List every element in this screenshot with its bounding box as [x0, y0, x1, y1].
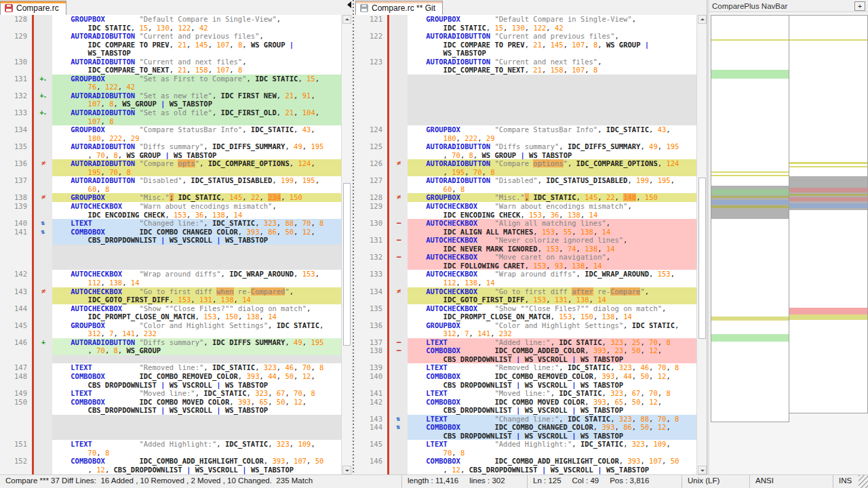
code-line[interactable]: CBS_DROPDOWNLIST | WS_VSCROLL | WS_TABST…: [0, 236, 341, 245]
code-line[interactable]: IDC_STATIC, 15, 130, 122, 42: [0, 24, 341, 33]
navbar-diff-mark[interactable]: [789, 162, 867, 164]
navbar-diff-mark[interactable]: [711, 175, 789, 176]
navbar-diff-mark[interactable]: [711, 317, 789, 321]
code-line[interactable]: IDC_COMPARE_TO_NEXT, 21, 158, 107, 8: [0, 66, 341, 75]
code-line[interactable]: 122 AUTORADIOBUTTON "Current and previou…: [355, 32, 696, 41]
code-line[interactable]: 112, 138, 14: [355, 279, 696, 287]
scrollbar-thumb[interactable]: [343, 183, 351, 346]
code-line[interactable]: 144 AUTOCHECKBOX "Show ""Close Files?"" …: [0, 304, 341, 313]
scrollbar-thumb[interactable]: [698, 178, 706, 339]
code-line[interactable]: 141⇅ COMBOBOX IDC_COMBO_CHANGED_COLOR, 3…: [0, 228, 341, 237]
navbar-minimap-right[interactable]: [789, 15, 868, 413]
code-line[interactable]: 142 COMBOBOX IDC_COMBO_MOVED_COLOR, 393,…: [355, 398, 696, 407]
code-line[interactable]: IDC_COMPARE_TO_PREV, 21, 145, 107, 8, WS…: [355, 41, 696, 49]
navbar-diff-mark[interactable]: [711, 200, 789, 205]
code-line[interactable]: 133+. AUTORADIOBUTTON "Set as old file",…: [0, 108, 341, 117]
code-line[interactable]: 136 GROUPBOX "Color and Highlight Settin…: [355, 321, 696, 330]
navbar-diff-mark[interactable]: [711, 189, 789, 195]
code-line[interactable]: 146+ AUTORADIOBUTTON "Diffs summary", ID…: [0, 338, 341, 347]
code-line[interactable]: 135 AUTOCHECKBOX "Show ""Close Files?"" …: [355, 304, 696, 313]
navbar-diff-mark[interactable]: [789, 188, 867, 192]
code-line[interactable]: WS_TABSTOP: [355, 49, 696, 58]
code-line[interactable]: 129 AUTORADIOBUTTON "Current and previou…: [0, 32, 341, 41]
navbar-minimap-left[interactable]: [711, 15, 789, 422]
code-line[interactable]: 139 AUTOCHECKBOX "Warn about encodings m…: [0, 202, 341, 211]
code-line[interactable]: 125 AUTORADIOBUTTON "Diffs summary", IDC…: [355, 142, 696, 151]
code-line[interactable]: 149 LTEXT "Moved line:", IDC_STATIC, 323…: [0, 389, 341, 398]
code-line[interactable]: 180, 222, 29: [355, 134, 696, 143]
code-line[interactable]: CBS_DROPDOWNLIST | WS_VSCROLL | WS_TABST…: [355, 381, 696, 390]
scroll-up-arrow[interactable]: [698, 15, 707, 24]
code-line[interactable]: 131+. GROUPBOX "Set as First to Compare"…: [0, 75, 341, 83]
status-encoding[interactable]: ANSI: [749, 475, 833, 488]
code-line[interactable]: 148 COMBOBOX IDC_COMBO_REMOVED_COLOR, 39…: [0, 372, 341, 381]
code-line[interactable]: IDC_ENCODING_CHECK, 153, 36, 138, 14: [0, 211, 341, 220]
navbar-titlebar[interactable]: ComparePlus NavBar +: [709, 0, 868, 12]
code-line[interactable]: 141 LTEXT "Moved line:", IDC_STATIC, 323…: [355, 389, 696, 398]
scroll-up-arrow[interactable]: [342, 15, 351, 24]
code-line[interactable]: 70, 8: [0, 449, 341, 458]
code-line[interactable]: 143⇅ LTEXT "Changed line:", IDC_STATIC, …: [355, 415, 696, 424]
navbar-diff-mark[interactable]: [711, 334, 789, 342]
code-line[interactable]: , 12, CBS_DROPDOWNLIST | WS_VSCROLL | WS…: [355, 466, 696, 474]
code-line[interactable]: 144⇅ COMBOBOX IDC_COMBO_CHANGED_COLOR, 3…: [355, 423, 696, 432]
code-line[interactable]: 140 COMBOBOX IDC_COMBO_REMOVED_COLOR, 39…: [355, 372, 696, 381]
navbar-diff-mark[interactable]: [711, 196, 789, 198]
code-line[interactable]: 145 GROUPBOX "Color and Highlight Settin…: [0, 321, 341, 330]
code-line[interactable]: 152 COMBOBOX IDC_COMBO_ADD_HIGHLIGHT_COL…: [0, 457, 341, 466]
code-line[interactable]: 147 LTEXT "Removed line:", IDC_STATIC, 3…: [0, 363, 341, 372]
tab-right-file[interactable]: Compare.rc ** Git: [355, 1, 443, 15]
code-line[interactable]: 312, 7, 141, 232: [0, 329, 341, 338]
code-line[interactable]: 150 COMBOBOX IDC_COMBO_MOVED_COLOR, 393,…: [0, 398, 341, 407]
code-line[interactable]: 129 AUTOCHECKBOX "Warn about encodings m…: [355, 202, 696, 211]
navbar-diff-mark[interactable]: [711, 70, 789, 79]
code-line[interactable]: 112, 138, 14: [0, 279, 341, 287]
left-editor-vscrollbar[interactable]: [341, 15, 351, 474]
code-line[interactable]: 128 GROUPBOX "Default Compare in Single-…: [0, 15, 341, 24]
code-line[interactable]: WS_TABSTOP: [0, 49, 341, 58]
code-line[interactable]: IDC_STATIC, 15, 130, 122, 42: [355, 24, 696, 33]
code-line[interactable]: 107, 8, WS_GROUP | WS_TABSTOP: [0, 100, 341, 108]
code-line[interactable]: IDC_ALIGN_ALL_MATCHES, 153, 55, 138, 14: [355, 228, 696, 237]
code-line[interactable]: 132− AUTOCHECKBOX "Move caret on navigat…: [355, 253, 696, 262]
code-line[interactable]: 127 AUTORADIOBUTTON "Disabled", IDC_STAT…: [355, 176, 696, 185]
code-line[interactable]: , 70, 8, WS_GROUP | WS_TABSTOP: [0, 151, 341, 160]
navbar-diff-mark[interactable]: [789, 197, 867, 201]
code-line[interactable]: CBS_DROPDOWNLIST | WS_VSCROLL | WS_TABST…: [355, 355, 696, 364]
code-line[interactable]: 76, 122, 42: [0, 83, 341, 92]
tab-left-file[interactable]: Compare.rc: [0, 1, 66, 15]
navbar-diff-mark[interactable]: [789, 203, 867, 208]
code-line[interactable]: IDC_COMPARE_TO_PREV, 21, 145, 107, 8, WS…: [0, 41, 341, 49]
code-line[interactable]: 130− AUTOCHECKBOX "Align all matching li…: [355, 219, 696, 228]
code-line[interactable]: 138≠ GROUPBOX "Misc."; IDC_STATIC, 145, …: [0, 193, 341, 202]
code-line[interactable]: 136≠ AUTORADIOBUTTON "Compare opts", IDC…: [0, 159, 341, 168]
code-line[interactable]: 134 GROUPBOX "Compare StatusBar Info", I…: [0, 125, 341, 134]
code-line[interactable]: IDC_GOTO_FIRST_DIFF, 153, 131, 138, 14: [355, 296, 696, 304]
code-line[interactable]: 137 AUTORADIOBUTTON "Disabled", IDC_STAT…: [0, 176, 341, 185]
code-line[interactable]: 60, 8: [0, 185, 341, 194]
code-line[interactable]: IDC_COMPARE_TO_NEXT, 21, 158, 107, 8: [355, 66, 696, 75]
code-line[interactable]: 138− COMBOBOX IDC_COMBO_ADDED_COLOR, 393…: [355, 346, 696, 355]
code-line[interactable]: , 12, CBS_DROPDOWNLIST | WS_VSCROLL | WS…: [0, 466, 341, 474]
left-editor-pane[interactable]: 128 GROUPBOX "Default Compare in Single-…: [0, 15, 341, 474]
code-line[interactable]: 139 LTEXT "Removed line:", IDC_STATIC, 3…: [355, 363, 696, 372]
code-line[interactable]: , 195, 70, 8: [355, 168, 696, 177]
code-line[interactable]: IDC_PROMPT_CLOSE_ON_MATCH, 153, 150, 138…: [355, 312, 696, 321]
navbar-diff-mark[interactable]: [789, 314, 867, 320]
code-line[interactable]: IDC_NEVER_MARK_IGNORED, 153, 74, 138, 14: [355, 245, 696, 253]
navbar-diff-mark[interactable]: [711, 39, 789, 41]
code-line[interactable]: 137− LTEXT "Added line:", IDC_STATIC, 32…: [355, 338, 696, 347]
code-line[interactable]: IDC_GOTO_FIRST_DIFF, 153, 131, 138, 14: [0, 296, 341, 304]
scroll-down-arrow[interactable]: [698, 466, 707, 474]
code-line[interactable]: 145 LTEXT "Added Highlight:", IDC_STATIC…: [355, 440, 696, 449]
code-line[interactable]: 60, 8: [355, 185, 696, 194]
code-line[interactable]: 140⇅ LTEXT "Changed line:", IDC_STATIC, …: [0, 219, 341, 228]
resize-grip[interactable]: [859, 475, 868, 488]
code-line[interactable]: 135 AUTORADIOBUTTON "Diffs summary", IDC…: [0, 142, 341, 151]
code-line[interactable]: CBS_DROPDOWNLIST | WS_VSCROLL | WS_TABST…: [0, 381, 341, 390]
code-line[interactable]: , 70, 8, WS_GROUP | WS_TABSTOP: [355, 151, 696, 160]
status-eol-format[interactable]: Unix (LF): [682, 475, 749, 488]
navbar-diff-mark[interactable]: [789, 39, 867, 41]
code-line[interactable]: IDC_PROMPT_CLOSE_ON_MATCH, 153, 150, 138…: [0, 312, 341, 321]
code-line[interactable]: 132+. AUTORADIOBUTTON "Set as new file",…: [0, 92, 341, 100]
